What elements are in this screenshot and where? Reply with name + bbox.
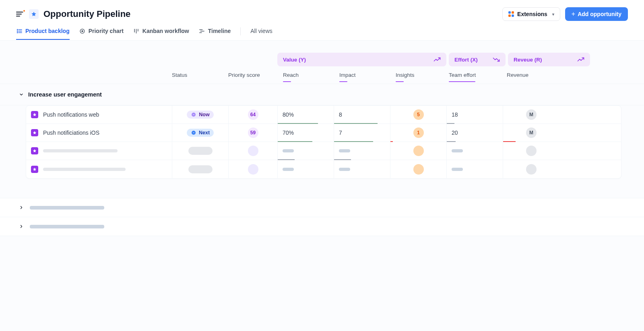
priority-score: 59 bbox=[248, 127, 258, 138]
add-opportunity-label: Add opportunity bbox=[578, 11, 621, 17]
tab-priority-chart[interactable]: Priority chart bbox=[79, 28, 124, 40]
plus-icon: + bbox=[572, 11, 575, 17]
svg-point-5 bbox=[17, 32, 17, 33]
status-now-icon bbox=[191, 112, 196, 117]
trend-down-icon bbox=[493, 56, 500, 63]
revenue-badge: M bbox=[526, 127, 537, 138]
col-team-effort[interactable]: Team effort bbox=[446, 72, 503, 80]
col-revenue[interactable]: Revenue bbox=[503, 72, 559, 80]
insights-badge: 5 bbox=[413, 109, 424, 120]
chip-value-y[interactable]: Value (Y) bbox=[277, 53, 446, 66]
tab-all-views[interactable]: All views bbox=[250, 28, 272, 40]
opportunity-icon bbox=[31, 166, 38, 173]
extensions-label: Extensions bbox=[517, 11, 547, 17]
table-row-skeleton bbox=[26, 160, 621, 178]
target-icon bbox=[79, 28, 86, 34]
main-area: Value (Y) Effort (X) Reveue (R) S bbox=[0, 41, 644, 331]
tab-product-backlog[interactable]: Product backlog bbox=[16, 28, 70, 40]
table-row[interactable]: Push notifications web Now 64 80% bbox=[26, 106, 621, 124]
impact-cell[interactable]: 8 bbox=[334, 106, 390, 123]
extensions-button[interactable]: Extensions ▾ bbox=[502, 7, 560, 21]
svg-point-3 bbox=[17, 29, 17, 30]
add-opportunity-button[interactable]: + Add opportunity bbox=[565, 7, 628, 21]
reach-cell[interactable]: 70% bbox=[278, 124, 334, 142]
item-name: Push notifications web bbox=[43, 111, 99, 118]
svg-point-4 bbox=[17, 31, 17, 31]
svg-rect-15 bbox=[193, 115, 194, 115]
chip-effort-x[interactable]: Effort (X) bbox=[449, 53, 506, 66]
tab-kanban-workflow[interactable]: Kanban workflow bbox=[133, 28, 189, 40]
col-insights[interactable]: Insights bbox=[390, 72, 446, 80]
opportunity-icon bbox=[31, 147, 38, 154]
opportunity-table: Push notifications web Now 64 80% bbox=[26, 105, 621, 179]
group-header-collapsed[interactable] bbox=[0, 217, 644, 236]
chevron-down-icon: ▾ bbox=[552, 12, 554, 16]
revenue-badge: M bbox=[526, 109, 537, 120]
status-next-icon bbox=[191, 130, 196, 136]
chevron-down-icon bbox=[19, 92, 24, 97]
priority-score: 64 bbox=[248, 109, 258, 120]
page-title: Opportunity Pipeline bbox=[43, 9, 130, 19]
timeline-icon bbox=[199, 28, 205, 34]
header: Opportunity Pipeline Extensions ▾ + Add … bbox=[0, 0, 644, 21]
kanban-icon bbox=[133, 28, 140, 34]
opportunity-icon bbox=[31, 129, 38, 136]
page-icon bbox=[29, 9, 39, 19]
col-status[interactable]: Status bbox=[172, 72, 228, 80]
list-icon bbox=[16, 28, 23, 34]
tab-timeline[interactable]: Timeline bbox=[199, 28, 231, 40]
item-name: Push notificiations iOS bbox=[43, 130, 99, 136]
insights-badge: 1 bbox=[413, 127, 424, 138]
tab-separator bbox=[240, 27, 241, 35]
group-header-engagement[interactable]: Increase user engagement bbox=[0, 84, 644, 105]
table-row[interactable]: Push notificiations iOS Next 59 70% bbox=[26, 124, 621, 142]
svg-point-7 bbox=[82, 30, 83, 31]
status-badge[interactable]: Now bbox=[187, 111, 213, 119]
col-priority[interactable]: Priority score bbox=[228, 72, 277, 80]
view-tabs: Product backlog Priority chart Kanban wo… bbox=[0, 21, 644, 41]
svg-rect-17 bbox=[193, 133, 194, 133]
extensions-icon bbox=[508, 11, 514, 17]
chevron-right-icon bbox=[19, 224, 24, 229]
reach-cell[interactable]: 80% bbox=[278, 106, 334, 123]
status-badge[interactable]: Next bbox=[187, 129, 214, 137]
chevron-right-icon bbox=[19, 205, 24, 210]
trend-up-icon bbox=[577, 56, 584, 63]
col-reach[interactable]: Reach bbox=[277, 72, 334, 80]
team-effort-cell[interactable]: 20 bbox=[447, 124, 503, 142]
opportunity-icon bbox=[31, 111, 38, 118]
table-row-skeleton bbox=[26, 142, 621, 160]
menu-icon[interactable] bbox=[16, 10, 24, 18]
team-effort-cell[interactable]: 18 bbox=[447, 106, 503, 123]
impact-cell[interactable]: 7 bbox=[334, 124, 390, 142]
trend-up-icon bbox=[433, 56, 441, 63]
chip-revenue-r[interactable]: Reveue (R) bbox=[508, 53, 590, 66]
group-header-collapsed[interactable] bbox=[0, 198, 644, 217]
col-impact[interactable]: Impact bbox=[334, 72, 390, 80]
